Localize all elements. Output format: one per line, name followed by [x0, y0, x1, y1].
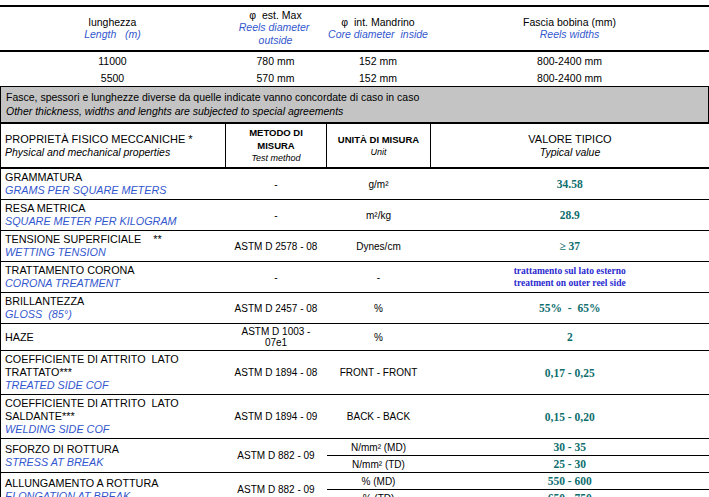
property-name-english: STRESS AT BREAK [5, 456, 222, 469]
reel-cell: 152 mm [326, 69, 430, 86]
property-row: TRATTAMENTO CORONACORONA TREATMENT--trat… [1, 262, 709, 293]
unit-cell: m²/kg [327, 200, 431, 231]
typical-value-cell: 0,17 - 0,25 [431, 351, 709, 395]
reel-column-header: φ est. MaxReels diameter outside [225, 6, 326, 51]
typical-value-cell: 2 [431, 324, 709, 351]
property-name-cell: HAZE [1, 324, 226, 351]
header-value-english: Typical value [435, 146, 705, 159]
property-name-english: GRAMS PER SQUARE METERS [5, 184, 222, 197]
banner-text-english: Other thickness, widths and lenghts are … [6, 104, 703, 118]
property-row: BRILLANTEZZAGLOSS (85°)ASTM D 2457 - 08%… [1, 293, 709, 324]
typical-value-cell: ≥ 37 [431, 231, 709, 262]
reel-cell: 780 mm [225, 51, 326, 69]
reel-cell: 152 mm [326, 51, 430, 69]
typical-value-cell: 0,15 - 0,20 [431, 395, 709, 439]
property-name-cell: TENSIONE SUPERFICIALE **WETTING TENSION [1, 231, 226, 262]
reel-cell: 11000 [0, 51, 225, 69]
unit-cell: % (TD) [327, 490, 431, 497]
unit-line: m²/kg [331, 209, 427, 222]
property-name-cell: COEFFICIENTE DI ATTRITO LATO TRATTATO***… [1, 351, 226, 395]
header-unit-column: UNITÀ DI MISURA Unit [327, 124, 431, 169]
property-name-english: GLOSS (85°) [5, 308, 222, 321]
test-method-cell: ASTM D 2578 - 08 [226, 231, 327, 262]
typical-value-cell: 34.58 [431, 168, 709, 200]
test-method-cell: ASTM D 1003 - 07e1 [226, 324, 327, 351]
test-method-cell: ASTM D 2457 - 08 [226, 293, 327, 324]
unit-line: FRONT - FRONT [331, 366, 427, 379]
value-line: 28.9 [435, 208, 706, 222]
reel-header-italian: lunghezza [0, 16, 225, 28]
property-row: HAZEASTM D 1003 - 07e1%2 [1, 324, 709, 351]
property-name-cell: RESA METRICASQUARE METER PER KILOGRAM [1, 200, 226, 231]
value-line: 0,15 - 0,20 [435, 410, 706, 424]
unit-cell: % (MD) [327, 473, 431, 490]
reel-header-english: Reels diameter outside [225, 21, 326, 47]
property-name-italian: SFORZO DI ROTTURA [5, 443, 222, 456]
property-name-english: SQUARE METER PER KILOGRAM [5, 215, 222, 228]
value-line: 0,17 - 0,25 [435, 366, 706, 380]
properties-table: PROPRIETÀ FISICO MECCANICHE * Physical a… [0, 123, 709, 497]
reel-row: 5500570 mm152 mm800-2400 mm [0, 69, 709, 86]
header-property-italian: PROPRIETÀ FISICO MECCANICHE * [5, 133, 221, 146]
unit-cell: N/mm² (MD) [327, 439, 431, 456]
unit-cell: % [327, 324, 431, 351]
property-name-italian: TRATTAMENTO CORONA [5, 264, 222, 277]
banner-text-italian: Fasce, spessori e lunghezze diverse da q… [6, 90, 703, 104]
property-name-italian: GRAMMATURA [5, 171, 222, 184]
special-agreements-banner: Fasce, spessori e lunghezze diverse da q… [0, 86, 709, 123]
reel-cell: 800-2400 mm [430, 51, 709, 69]
reel-header-italian: Fascia bobina (mm) [430, 16, 709, 28]
header-property-english: Physical and mechanical properties [5, 146, 221, 159]
value-line: 2 [435, 330, 706, 344]
property-row: ALLUNGAMENTO A ROTTURAELONGATION AT BREA… [1, 473, 709, 490]
unit-cell: N/mm² (TD) [327, 456, 431, 473]
reel-column-header: φ int. MandrinoCore diameter inside [326, 6, 430, 51]
reel-header-english: Reels widths [430, 28, 709, 41]
property-row: TENSIONE SUPERFICIALE **WETTING TENSIONA… [1, 231, 709, 262]
typical-value-cell: 55% - 65% [431, 293, 709, 324]
value-line: 55% - 65% [435, 301, 706, 315]
test-method-cell: ASTM D 1894 - 08 [226, 351, 327, 395]
value-line: 34.58 [435, 177, 706, 191]
property-name-italian: COEFFICIENTE DI ATTRITO LATO SALDANTE*** [5, 397, 222, 423]
header-method-column: METODO DI MISURA Test method [226, 124, 327, 169]
reel-column-header: lunghezzaLength (m) [0, 6, 225, 51]
reel-column-header: Fascia bobina (mm)Reels widths [430, 6, 709, 51]
properties-header-row: PROPRIETÀ FISICO MECCANICHE * Physical a… [1, 124, 709, 169]
header-property-column: PROPRIETÀ FISICO MECCANICHE * Physical a… [1, 124, 226, 169]
property-name-italian: TENSIONE SUPERFICIALE ** [5, 233, 222, 246]
property-name-italian: COEFFICIENTE DI ATTRITO LATO TRATTATO*** [5, 353, 222, 379]
header-method-english: Test method [230, 152, 322, 165]
property-name-english: WELDING SIDE COF [5, 423, 222, 436]
property-name-italian: BRILLANTEZZA [5, 295, 222, 308]
property-name-english: TREATED SIDE COF [5, 379, 222, 392]
property-row: COEFFICIENTE DI ATTRITO LATO SALDANTE***… [1, 395, 709, 439]
unit-cell: % [327, 293, 431, 324]
test-method-cell: ASTM D 882 - 09 [226, 439, 327, 473]
property-name-italian: HAZE [5, 331, 222, 344]
header-method-italian: METODO DI MISURA [230, 126, 322, 152]
reel-header-italian: φ int. Mandrino [326, 16, 430, 28]
property-name-italian: ALLUNGAMENTO A ROTTURA [5, 477, 222, 490]
reel-dimensions-table: lunghezzaLength (m)φ est. MaxReels diame… [0, 5, 709, 86]
property-row: GRAMMATURAGRAMS PER SQUARE METERS-g/m²34… [1, 168, 709, 200]
unit-line: Dynes/cm [331, 240, 427, 253]
unit-line: g/m² [331, 178, 427, 191]
test-method-cell: - [226, 200, 327, 231]
unit-line: % [331, 302, 427, 315]
reel-row: 11000780 mm152 mm800-2400 mm [0, 51, 709, 69]
typical-value-cell: trattamento sul lato esternotreatment on… [431, 262, 709, 293]
typical-value-cell: 650 - 750 [431, 490, 709, 497]
property-name-english: ELONGATION AT BREAK [5, 490, 222, 497]
property-row: SFORZO DI ROTTURASTRESS AT BREAKASTM D 8… [1, 439, 709, 456]
property-name-english: WETTING TENSION [5, 246, 222, 259]
property-name-cell: TRATTAMENTO CORONACORONA TREATMENT [1, 262, 226, 293]
typical-value-cell: 30 - 35 [431, 439, 709, 456]
test-method-cell: - [226, 262, 327, 293]
property-name-cell: BRILLANTEZZAGLOSS (85°) [1, 293, 226, 324]
reel-header-english: Length (m) [0, 28, 225, 41]
unit-line: - [331, 271, 427, 284]
reel-header-english: Core diameter inside [326, 28, 430, 41]
treatment-note-line: treatment on outer reel side [435, 277, 706, 289]
unit-line: % [331, 331, 427, 344]
